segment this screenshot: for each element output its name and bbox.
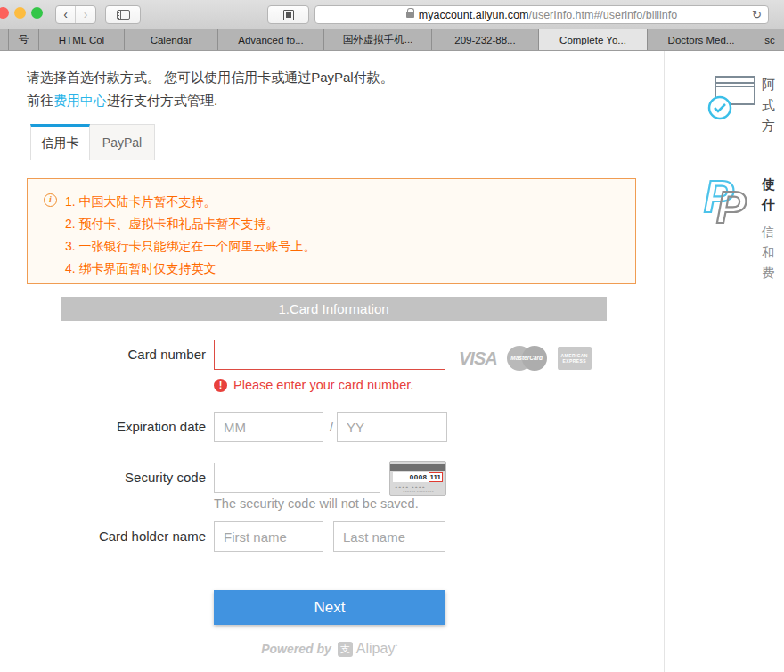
first-name-input[interactable] bbox=[214, 521, 323, 552]
browser-tab[interactable]: HTML Col bbox=[39, 29, 125, 50]
minimize-window-button[interactable] bbox=[14, 7, 26, 19]
paypal-help-text: 信 和 费 bbox=[762, 222, 774, 283]
alipay-text: Alipay bbox=[356, 641, 396, 657]
notice-item: 3. 一张银行卡只能绑定在一个阿里云账号上。 bbox=[65, 235, 316, 258]
card-brand-icons: VISA MasterCard AMERICAN EXPRESS bbox=[459, 346, 592, 371]
intro-text: 请选择首选付款方式。 您可以使用信用卡或通过PayPal付款。 前往费用中心进行… bbox=[27, 66, 394, 112]
intro-line2: 前往费用中心进行支付方式管理. bbox=[27, 89, 394, 112]
powered-by-text: Powered by bbox=[261, 642, 331, 656]
billing-main-panel: 请选择首选付款方式。 您可以使用信用卡或通过PayPal付款。 前往费用中心进行… bbox=[0, 51, 665, 672]
payment-method-tabs: 信用卡 PayPal bbox=[30, 124, 155, 160]
notice-item: 1. 中国大陆卡片暂不支持。 bbox=[65, 191, 316, 213]
browser-tab-active[interactable]: Complete Yo... bbox=[539, 29, 648, 50]
close-window-button[interactable] bbox=[0, 7, 9, 19]
browser-tab[interactable]: Calendar bbox=[125, 29, 218, 50]
security-code-label: Security code bbox=[0, 463, 206, 493]
address-bar[interactable]: myaccount.aliyun.com/userInfo.htm#/useri… bbox=[314, 5, 769, 24]
browser-tab[interactable]: 国外虚拟手机... bbox=[324, 29, 432, 50]
browser-tab[interactable] bbox=[0, 29, 9, 50]
forward-button[interactable]: › bbox=[76, 6, 95, 23]
card-number-label: Card number bbox=[0, 340, 206, 370]
notice-list: 1. 中国大陆卡片暂不支持。 2. 预付卡、虚拟卡和礼品卡暂不支持。 3. 一张… bbox=[65, 191, 316, 280]
sidebar-icon bbox=[117, 10, 130, 20]
info-icon: i bbox=[44, 193, 57, 207]
tab-overview-button[interactable] bbox=[267, 5, 309, 24]
svg-text:P: P bbox=[716, 183, 747, 228]
credit-card-check-icon bbox=[706, 74, 758, 124]
error-icon: ! bbox=[214, 379, 227, 392]
url-host: myaccount.aliyun.com bbox=[419, 9, 529, 21]
browser-tab[interactable]: Doctors Med... bbox=[648, 29, 755, 50]
notice-item: 2. 预付卡、虚拟卡和礼品卡暂不支持。 bbox=[65, 213, 316, 235]
zoom-window-button[interactable] bbox=[31, 7, 43, 19]
security-code-input[interactable] bbox=[214, 463, 380, 493]
lock-icon bbox=[406, 12, 414, 18]
back-button[interactable]: ‹ bbox=[56, 6, 76, 23]
intro-line1: 请选择首选付款方式。 您可以使用信用卡或通过PayPal付款。 bbox=[27, 66, 394, 89]
notice-box: i 1. 中国大陆卡片暂不支持。 2. 预付卡、虚拟卡和礼品卡暂不支持。 3. … bbox=[27, 178, 636, 284]
card-number-input[interactable] bbox=[214, 340, 445, 370]
browser-tab-bar: 号 HTML Col Calendar Advanced fo... 国外虚拟手… bbox=[0, 29, 784, 51]
date-separator: / bbox=[326, 412, 337, 442]
amex-icon: AMERICAN EXPRESS bbox=[558, 347, 592, 370]
card-number-error: ! Please enter your card number. bbox=[214, 378, 413, 392]
url-path: /userInfo.htm#/userinfo/billinfo bbox=[528, 9, 677, 21]
mastercard-icon: MasterCard bbox=[507, 346, 547, 371]
expiration-month-input[interactable] bbox=[214, 412, 323, 442]
cvv-signature-strip: 0008 111 bbox=[393, 472, 443, 482]
browser-tab[interactable]: sc bbox=[755, 29, 784, 50]
browser-tab[interactable]: 209-232-88... bbox=[432, 29, 539, 50]
expiration-date-label: Expiration date bbox=[0, 412, 206, 442]
tab-credit-card[interactable]: 信用卡 bbox=[30, 124, 90, 160]
card-help-text: 阿 式 方 bbox=[762, 74, 775, 135]
cvv-highlight: 111 bbox=[429, 472, 443, 482]
help-sidebar: 阿 式 方 P P 使 什 信 和 费 bbox=[665, 51, 784, 672]
notice-item: 4. 绑卡界面暂时仅支持英文 bbox=[65, 258, 316, 280]
next-button[interactable]: Next bbox=[214, 590, 445, 625]
browser-tab[interactable]: 号 bbox=[9, 29, 39, 50]
browser-tab[interactable]: Advanced fo... bbox=[218, 29, 324, 50]
sidebar-toggle-button[interactable] bbox=[105, 5, 141, 24]
visa-icon: VISA bbox=[459, 348, 497, 369]
cvv-example-image: 0008 111 ●●●● ●●●● ●●●● ●●●● ●●●●●● ●●●●… bbox=[389, 461, 446, 496]
paypal-help-title: 使 什 bbox=[762, 174, 775, 215]
reload-icon[interactable]: ↻ bbox=[752, 6, 762, 23]
browser-toolbar: ‹ › myaccount.aliyun.com/userInfo.htm#/u… bbox=[0, 0, 784, 29]
tab-paypal[interactable]: PayPal bbox=[90, 124, 155, 160]
expiration-year-input[interactable] bbox=[337, 412, 447, 442]
powered-by-alipay: Powered by 支 Alipay ` bbox=[214, 641, 445, 657]
nav-buttons: ‹ › bbox=[55, 5, 96, 24]
square-icon bbox=[283, 10, 294, 20]
error-text: Please enter your card number. bbox=[233, 378, 413, 392]
card-information-header: 1.Card Information bbox=[61, 297, 607, 321]
alipay-logo-icon: 支 bbox=[338, 642, 353, 657]
paypal-icon: P P bbox=[702, 169, 757, 228]
security-code-note: The security code will not be saved. bbox=[214, 496, 419, 511]
page-content: 请选择首选付款方式。 您可以使用信用卡或通过PayPal付款。 前往费用中心进行… bbox=[0, 51, 784, 672]
cvv-magnetic-stripe bbox=[390, 464, 445, 471]
last-name-input[interactable] bbox=[333, 521, 445, 552]
card-holder-label: Card holder name bbox=[0, 521, 206, 552]
billing-center-link[interactable]: 费用中心 bbox=[53, 93, 107, 108]
